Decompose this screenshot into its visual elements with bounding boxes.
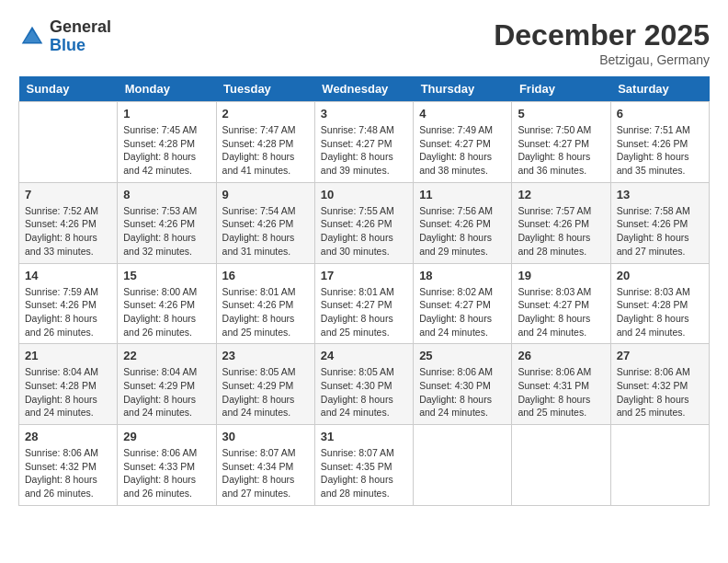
day-number: 1 <box>123 107 210 121</box>
logo-icon <box>18 23 46 51</box>
day-info: Sunrise: 8:06 AM Sunset: 4:30 PM Dayligh… <box>419 365 506 419</box>
day-cell: 3Sunrise: 7:48 AM Sunset: 4:27 PM Daylig… <box>314 102 413 183</box>
header-row: SundayMondayTuesdayWednesdayThursdayFrid… <box>19 76 710 102</box>
page-header: General Blue December 2025 Betzigau, Ger… <box>18 18 710 67</box>
day-info: Sunrise: 7:48 AM Sunset: 4:27 PM Dayligh… <box>321 123 407 178</box>
location: Betzigau, Germany <box>494 52 710 67</box>
day-cell: 12Sunrise: 7:57 AM Sunset: 4:26 PM Dayli… <box>512 182 610 263</box>
day-number: 8 <box>123 188 210 201</box>
day-cell: 11Sunrise: 7:56 AM Sunset: 4:26 PM Dayli… <box>414 182 512 263</box>
day-cell: 4Sunrise: 7:49 AM Sunset: 4:27 PM Daylig… <box>414 102 512 183</box>
day-header-wednesday: Wednesday <box>314 76 413 102</box>
day-info: Sunrise: 8:07 AM Sunset: 4:35 PM Dayligh… <box>321 446 407 500</box>
day-number: 6 <box>617 107 703 121</box>
day-number: 23 <box>222 349 309 362</box>
day-info: Sunrise: 7:51 AM Sunset: 4:26 PM Dayligh… <box>617 123 703 178</box>
day-number: 20 <box>617 269 703 282</box>
day-cell: 27Sunrise: 8:06 AM Sunset: 4:32 PM Dayli… <box>610 344 709 425</box>
day-cell: 9Sunrise: 7:54 AM Sunset: 4:26 PM Daylig… <box>216 182 314 263</box>
day-info: Sunrise: 7:49 AM Sunset: 4:27 PM Dayligh… <box>419 123 506 178</box>
day-number: 10 <box>321 188 407 201</box>
day-cell: 14Sunrise: 7:59 AM Sunset: 4:26 PM Dayli… <box>19 263 118 344</box>
day-number: 11 <box>419 188 506 201</box>
day-info: Sunrise: 8:01 AM Sunset: 4:26 PM Dayligh… <box>222 285 309 339</box>
day-info: Sunrise: 8:03 AM Sunset: 4:28 PM Dayligh… <box>617 285 703 339</box>
day-number: 17 <box>321 269 407 282</box>
day-header-monday: Monday <box>118 76 216 102</box>
logo-general-text: General <box>50 18 111 37</box>
week-row-1: 1Sunrise: 7:45 AM Sunset: 4:28 PM Daylig… <box>19 102 710 183</box>
day-cell <box>19 102 118 183</box>
day-info: Sunrise: 8:06 AM Sunset: 4:32 PM Dayligh… <box>617 365 703 419</box>
day-header-tuesday: Tuesday <box>216 76 314 102</box>
day-cell: 24Sunrise: 8:05 AM Sunset: 4:30 PM Dayli… <box>314 344 413 425</box>
day-info: Sunrise: 7:56 AM Sunset: 4:26 PM Dayligh… <box>419 204 506 259</box>
day-number: 4 <box>419 107 506 121</box>
day-cell: 16Sunrise: 8:01 AM Sunset: 4:26 PM Dayli… <box>216 263 314 344</box>
week-row-2: 7Sunrise: 7:52 AM Sunset: 4:26 PM Daylig… <box>19 182 710 263</box>
week-row-5: 28Sunrise: 8:06 AM Sunset: 4:32 PM Dayli… <box>19 425 710 506</box>
day-number: 30 <box>222 430 309 443</box>
day-info: Sunrise: 8:06 AM Sunset: 4:33 PM Dayligh… <box>123 446 210 500</box>
day-cell: 10Sunrise: 7:55 AM Sunset: 4:26 PM Dayli… <box>314 182 413 263</box>
day-cell: 30Sunrise: 8:07 AM Sunset: 4:34 PM Dayli… <box>216 425 314 506</box>
day-info: Sunrise: 7:59 AM Sunset: 4:26 PM Dayligh… <box>25 285 111 339</box>
day-cell: 19Sunrise: 8:03 AM Sunset: 4:27 PM Dayli… <box>512 263 610 344</box>
day-header-friday: Friday <box>512 76 610 102</box>
day-cell: 23Sunrise: 8:05 AM Sunset: 4:29 PM Dayli… <box>216 344 314 425</box>
day-info: Sunrise: 8:00 AM Sunset: 4:26 PM Dayligh… <box>123 285 210 339</box>
day-info: Sunrise: 7:54 AM Sunset: 4:26 PM Dayligh… <box>222 204 309 259</box>
day-number: 26 <box>518 349 604 362</box>
day-info: Sunrise: 8:02 AM Sunset: 4:27 PM Dayligh… <box>419 285 506 339</box>
calendar-table: SundayMondayTuesdayWednesdayThursdayFrid… <box>18 76 710 506</box>
day-number: 31 <box>321 430 407 443</box>
day-cell: 17Sunrise: 8:01 AM Sunset: 4:27 PM Dayli… <box>314 263 413 344</box>
day-info: Sunrise: 7:45 AM Sunset: 4:28 PM Dayligh… <box>123 123 210 178</box>
day-info: Sunrise: 8:01 AM Sunset: 4:27 PM Dayligh… <box>321 285 407 339</box>
day-number: 19 <box>518 269 604 282</box>
day-number: 3 <box>321 107 407 121</box>
day-cell <box>414 425 512 506</box>
day-number: 15 <box>123 269 210 282</box>
day-cell: 21Sunrise: 8:04 AM Sunset: 4:28 PM Dayli… <box>19 344 118 425</box>
title-section: December 2025 Betzigau, Germany <box>494 18 710 67</box>
day-number: 7 <box>25 188 111 201</box>
day-cell: 18Sunrise: 8:02 AM Sunset: 4:27 PM Dayli… <box>414 263 512 344</box>
day-number: 22 <box>123 349 210 362</box>
day-cell: 5Sunrise: 7:50 AM Sunset: 4:27 PM Daylig… <box>512 102 610 183</box>
day-info: Sunrise: 8:05 AM Sunset: 4:30 PM Dayligh… <box>321 365 407 419</box>
day-number: 28 <box>25 430 111 443</box>
week-row-3: 14Sunrise: 7:59 AM Sunset: 4:26 PM Dayli… <box>19 263 710 344</box>
day-number: 18 <box>419 269 506 282</box>
day-number: 25 <box>419 349 506 362</box>
day-cell: 29Sunrise: 8:06 AM Sunset: 4:33 PM Dayli… <box>118 425 216 506</box>
day-cell: 13Sunrise: 7:58 AM Sunset: 4:26 PM Dayli… <box>610 182 709 263</box>
day-header-sunday: Sunday <box>19 76 118 102</box>
day-info: Sunrise: 7:55 AM Sunset: 4:26 PM Dayligh… <box>321 204 407 259</box>
day-info: Sunrise: 7:58 AM Sunset: 4:26 PM Dayligh… <box>617 204 703 259</box>
day-cell: 28Sunrise: 8:06 AM Sunset: 4:32 PM Dayli… <box>19 425 118 506</box>
day-cell: 22Sunrise: 8:04 AM Sunset: 4:29 PM Dayli… <box>118 344 216 425</box>
week-row-4: 21Sunrise: 8:04 AM Sunset: 4:28 PM Dayli… <box>19 344 710 425</box>
day-info: Sunrise: 8:06 AM Sunset: 4:31 PM Dayligh… <box>518 365 604 419</box>
day-number: 24 <box>321 349 407 362</box>
day-info: Sunrise: 8:07 AM Sunset: 4:34 PM Dayligh… <box>222 446 309 500</box>
day-cell: 25Sunrise: 8:06 AM Sunset: 4:30 PM Dayli… <box>414 344 512 425</box>
day-cell <box>512 425 610 506</box>
day-info: Sunrise: 8:06 AM Sunset: 4:32 PM Dayligh… <box>25 446 111 500</box>
day-number: 12 <box>518 188 604 201</box>
day-number: 29 <box>123 430 210 443</box>
day-number: 14 <box>25 269 111 282</box>
day-info: Sunrise: 8:04 AM Sunset: 4:28 PM Dayligh… <box>25 365 111 419</box>
day-info: Sunrise: 7:50 AM Sunset: 4:27 PM Dayligh… <box>518 123 604 178</box>
day-cell: 15Sunrise: 8:00 AM Sunset: 4:26 PM Dayli… <box>118 263 216 344</box>
day-info: Sunrise: 7:57 AM Sunset: 4:26 PM Dayligh… <box>518 204 604 259</box>
day-cell: 31Sunrise: 8:07 AM Sunset: 4:35 PM Dayli… <box>314 425 413 506</box>
day-number: 16 <box>222 269 309 282</box>
logo: General Blue <box>18 18 111 55</box>
day-number: 21 <box>25 349 111 362</box>
day-info: Sunrise: 8:05 AM Sunset: 4:29 PM Dayligh… <box>222 365 309 419</box>
day-cell: 6Sunrise: 7:51 AM Sunset: 4:26 PM Daylig… <box>610 102 709 183</box>
logo-blue-text: Blue <box>50 37 111 55</box>
day-cell <box>610 425 709 506</box>
